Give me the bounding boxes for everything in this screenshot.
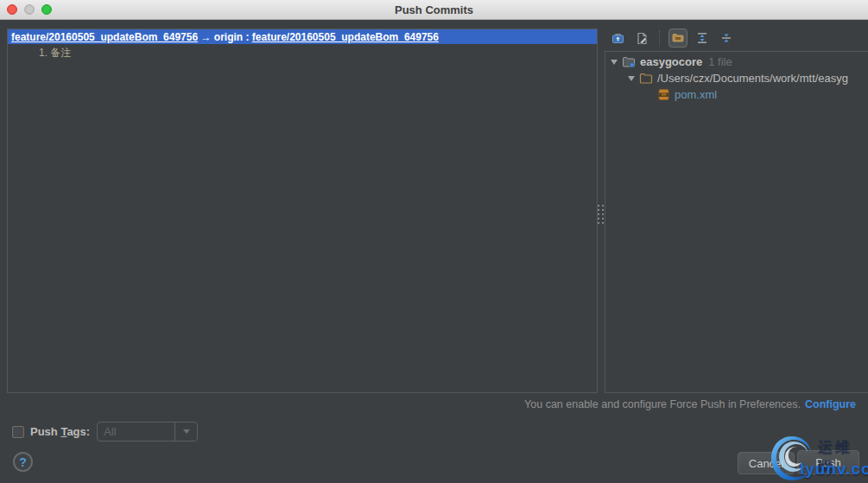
question-mark-icon: ? [19,455,27,469]
chevron-down-icon [183,429,190,434]
push-button[interactable]: Push [797,450,859,474]
push-tags-combobox[interactable]: All [97,422,198,442]
titlebar: Push Commits [0,0,868,20]
local-branch-label[interactable]: feature/20160505_updateBom_649756 [11,31,198,43]
edit-diff-icon[interactable] [632,29,651,48]
help-button[interactable]: ? [13,452,33,472]
cancel-button[interactable]: Cancel [738,452,795,474]
push-tags-row: Push Tags: All [12,422,198,442]
force-push-hint: You can enable and configure Force Push … [524,398,856,410]
module-folder-icon [622,55,636,68]
close-button[interactable] [7,4,17,15]
push-commits-dialog: Push Commits feature/20160505_updateBom_… [0,0,868,483]
expand-all-icon[interactable] [693,29,712,48]
minimize-button [24,4,35,15]
remote-branch-label[interactable]: feature/20160505_updateBom_649756 [252,31,439,43]
branch-arrow-label: → origin : [198,31,252,43]
window-title: Push Commits [395,3,473,16]
group-by-directory-icon[interactable] [668,29,687,48]
file-count-label: 1 file [708,55,732,68]
hint-text: You can enable and configure Force Push … [524,398,801,410]
chevron-down-icon[interactable] [611,60,618,65]
tree-row-file[interactable]: <> pom.xml [605,86,868,103]
module-name-label: easygocore [640,55,702,68]
directory-path-label: /Users/czx/Documents/work/mtt/easyg [657,72,848,85]
configure-link[interactable]: Configure [805,398,856,410]
commit-list-panel: feature/20160505_updateBom_649756 → orig… [7,29,598,393]
changes-toolbar [608,28,736,48]
folder-icon [639,72,653,85]
push-tags-label: Push Tags: [30,425,90,438]
commit-icon[interactable] [608,29,627,48]
file-name-label: pom.xml [675,88,717,101]
tree-row-directory[interactable]: /Users/czx/Documents/work/mtt/easyg [605,70,868,86]
collapse-all-icon[interactable] [717,29,736,48]
tree-row-module[interactable]: easygocore 1 file [605,54,868,70]
changed-files-tree: easygocore 1 file /Users/czx/Documents/w… [605,51,868,393]
xml-file-icon: <> [657,88,670,101]
panel-splitter[interactable] [597,202,605,226]
toolbar-separator [659,30,661,46]
push-tags-checkbox[interactable] [12,426,24,438]
combobox-value: All [98,425,174,438]
commit-message-item[interactable]: 1. 备注 [8,46,597,60]
svg-text:<>: <> [662,92,667,97]
chevron-down-icon[interactable] [628,76,635,81]
zoom-button[interactable] [41,4,52,15]
branch-row[interactable]: feature/20160505_updateBom_649756 → orig… [8,29,597,44]
combobox-arrow-button[interactable] [174,423,197,441]
